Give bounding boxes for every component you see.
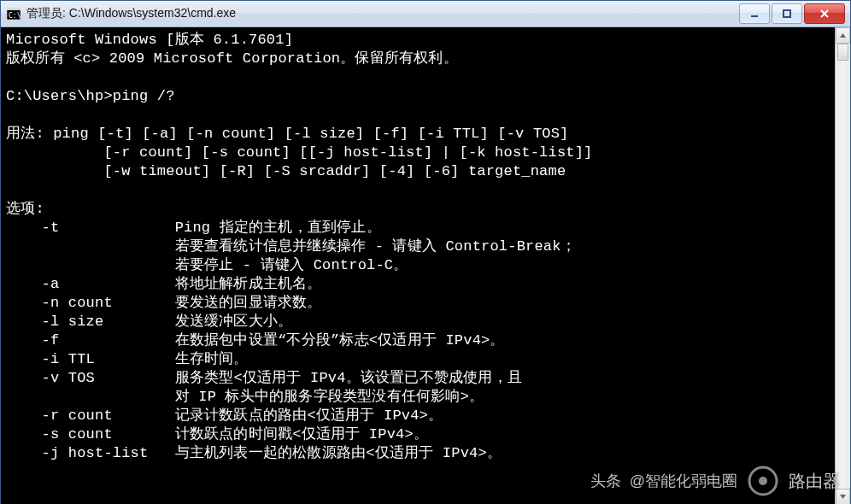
watermark-icon [746, 464, 780, 498]
cmd-window: C:\ 管理员: C:\Windows\system32\cmd.exe Mic… [0, 0, 851, 504]
svg-rect-1 [7, 8, 21, 10]
minimize-button[interactable] [739, 3, 770, 24]
svg-marker-8 [840, 495, 846, 499]
maximize-button[interactable] [772, 3, 802, 24]
window-controls [739, 3, 845, 24]
terminal-output[interactable]: Microsoft Windows [版本 6.1.7601] 版权所有 <c>… [1, 27, 835, 504]
watermark-left: 头条 [590, 471, 621, 491]
vertical-scrollbar[interactable] [835, 27, 850, 504]
cmd-icon: C:\ [6, 6, 21, 21]
svg-point-10 [759, 477, 767, 485]
scroll-up-button[interactable] [836, 27, 850, 44]
window-title: 管理员: C:\Windows\system32\cmd.exe [26, 6, 236, 21]
scroll-thumb[interactable] [837, 44, 848, 61]
scroll-track[interactable] [836, 44, 850, 489]
svg-rect-4 [784, 10, 790, 17]
titlebar[interactable]: C:\ 管理员: C:\Windows\system32\cmd.exe [1, 1, 850, 27]
watermark-mid: @智能化弱电圈 [630, 471, 737, 491]
close-button[interactable] [804, 3, 845, 24]
watermark-right: 路由器 [789, 470, 840, 493]
watermark-right-group: 路由器 [746, 464, 840, 498]
svg-text:C:\: C:\ [9, 12, 21, 20]
svg-marker-7 [840, 33, 846, 38]
watermark: 头条 @智能化弱电圈 路由器 [590, 464, 840, 498]
svg-rect-3 [751, 15, 758, 17]
client-area: Microsoft Windows [版本 6.1.7601] 版权所有 <c>… [1, 27, 850, 504]
